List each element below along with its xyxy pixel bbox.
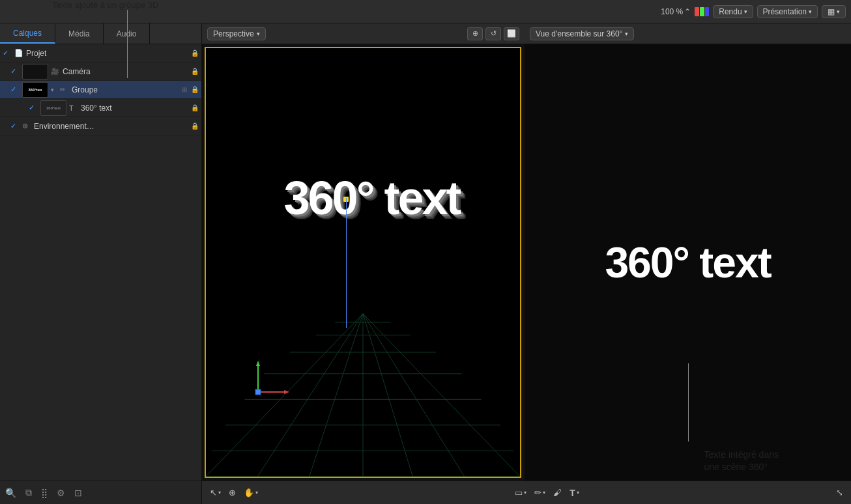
layer-item[interactable]: ✓ 360°text T 360° text 🔒: [0, 99, 201, 117]
canvas-container: Perspective ▾ ⊕ ↺ ⬜: [202, 23, 525, 481]
tab-media[interactable]: Média: [55, 23, 104, 44]
lock-icon: 🔒: [191, 86, 199, 93]
rendu-chevron-icon: ▾: [744, 8, 747, 15]
pencil-icon: ✏: [60, 86, 69, 93]
presentation-chevron-icon: ▾: [809, 8, 812, 15]
select-chevron-icon: ▾: [218, 490, 221, 496]
zoom-arrow-icon: ⌃: [684, 7, 691, 16]
presentation-button[interactable]: Présentation ▾: [757, 5, 818, 18]
grid-dots-icon[interactable]: ⣿: [41, 488, 48, 498]
layer-check-icon[interactable]: ✓: [3, 49, 12, 57]
view-selector-button[interactable]: Vue d'ensemble sur 360° ▾: [530, 27, 634, 40]
paint-tool-button[interactable]: 🖌: [551, 486, 564, 499]
perspective-label: Perspective: [213, 29, 254, 38]
canvas-header: Perspective ▾ ⊕ ↺ ⬜: [202, 23, 525, 44]
layer-list: ✓ 📄 Projet 🔒 ✓ 🎥 Caméra 🔒 ✓: [0, 44, 201, 481]
paint-icon: 🖌: [553, 488, 562, 497]
tool-group-pan: ✋ ▾: [241, 486, 261, 499]
reset-view-button[interactable]: ↺: [485, 27, 501, 40]
vertical-guide: [346, 198, 347, 328]
view-chevron-icon: ▾: [625, 31, 628, 37]
layer-thumbnail: [22, 64, 48, 79]
layer-check-icon[interactable]: ✓: [10, 85, 20, 94]
text-icon: T: [570, 488, 575, 498]
svg-rect-19: [255, 389, 261, 395]
layer-name: Projet: [26, 49, 188, 58]
svg-line-10: [310, 314, 363, 477]
swatch-red: [695, 7, 699, 16]
right-panel-header: Vue d'ensemble sur 360° ▾: [525, 23, 851, 44]
canvas-row: Perspective ▾ ⊕ ↺ ⬜: [202, 23, 851, 481]
pen-chevron-icon: ▾: [543, 490, 545, 496]
layer-name: Environnement…: [34, 122, 188, 131]
pen-icon: ✏: [534, 488, 541, 497]
svg-line-14: [363, 314, 520, 477]
app-container: 100 % ⌃ Rendu ▾ Présentation ▾ ▦ ▾: [0, 0, 851, 504]
search-icon[interactable]: 🔍: [5, 488, 16, 498]
shape-tool-button[interactable]: ▭ ▾: [512, 486, 529, 499]
view-label: Vue d'ensemble sur 360°: [536, 29, 622, 38]
canvas-view: 360° text: [202, 44, 525, 481]
layer-check-icon[interactable]: ✓: [10, 67, 20, 76]
canvas-inner[interactable]: 360° text: [205, 47, 521, 478]
layer-item[interactable]: ✓ 🎥 Caméra 🔒: [0, 63, 201, 81]
perspective-chevron-icon: ▾: [257, 31, 260, 37]
swatch-blue: [705, 7, 710, 16]
perspective-button[interactable]: Perspective ▾: [207, 27, 266, 40]
layer-check-icon[interactable]: ✓: [10, 122, 20, 130]
layers-toggle-icon[interactable]: ⧉: [25, 487, 32, 498]
lock-icon: 🔒: [191, 104, 199, 111]
layer-name: Groupe: [72, 85, 179, 94]
orbit-tool-button[interactable]: ⊕: [226, 486, 238, 499]
layer-name: Caméra: [63, 67, 188, 76]
shape-chevron-icon: ▾: [524, 490, 526, 496]
left-panel: Calques Média Audio ✓ 📄 Projet 🔒: [0, 23, 202, 504]
canvas-3d-text: 360° text: [284, 171, 460, 225]
select-tool-button[interactable]: ↖ ▾: [207, 486, 224, 499]
swatch-green: [700, 7, 704, 16]
settings-icon[interactable]: ⚙: [57, 488, 65, 498]
canvas-controls: ⊕ ↺ ⬜: [467, 27, 519, 40]
group-icon: ⊞: [182, 86, 187, 93]
layer-check-icon[interactable]: ✓: [29, 104, 38, 112]
tab-calques[interactable]: Calques: [0, 23, 55, 44]
expand-arrow-icon[interactable]: ▾: [51, 87, 57, 93]
layout-icon: ▦: [828, 7, 835, 16]
lock-icon: 🔒: [191, 122, 199, 130]
camera-icon: 🎥: [51, 68, 60, 75]
text-tool-button[interactable]: T ▾: [567, 486, 582, 499]
pan-tool-button[interactable]: ✋ ▾: [241, 486, 261, 499]
color-swatch[interactable]: [695, 7, 709, 17]
svg-marker-18: [284, 390, 289, 394]
layer-item[interactable]: ✓ 360°tex ▾ ✏ Groupe ⊞ 🔒: [0, 81, 201, 99]
fullscreen-button[interactable]: ⤡: [833, 486, 846, 499]
svg-marker-16: [256, 361, 260, 366]
annotation-divider-line: [688, 363, 689, 441]
toolbar-right: 100 % ⌃ Rendu ▾ Présentation ▾ ▦ ▾: [661, 5, 846, 18]
fullscreen-icon: ⤡: [836, 488, 843, 497]
grid-svg: [206, 219, 520, 477]
pan-icon: ✋: [244, 488, 254, 497]
annotation-bottom: Texte intégré dans une scène 360°: [704, 449, 779, 474]
tab-audio[interactable]: Audio: [104, 23, 151, 44]
right-panel-text: 360° text: [605, 238, 770, 287]
right-panel: Vue d'ensemble sur 360° ▾ 360° text Text…: [525, 23, 851, 481]
shape-icon: ▭: [515, 488, 523, 497]
export-icon[interactable]: ⊡: [74, 488, 82, 498]
pan-chevron-icon: ▾: [255, 490, 258, 496]
layer-item[interactable]: ✓ ⊕ Environnement… 🔒: [0, 117, 201, 135]
layout-chevron-icon: ▾: [837, 8, 840, 15]
fit-view-button[interactable]: ⊕: [467, 27, 483, 40]
layout-button[interactable]: ▦ ▾: [822, 5, 846, 18]
layer-item[interactable]: ✓ 📄 Projet 🔒: [0, 44, 201, 63]
pen-tool-button[interactable]: ✏ ▾: [532, 486, 548, 499]
content-area: Calques Média Audio ✓ 📄 Projet 🔒: [0, 23, 851, 504]
center-right-area: Perspective ▾ ⊕ ↺ ⬜: [202, 23, 851, 504]
lock-icon: 🔒: [191, 68, 199, 75]
text-chevron-icon: ▾: [577, 490, 579, 496]
layer-thumbnail: 360°tex: [22, 82, 48, 98]
frame-button[interactable]: ⬜: [504, 27, 519, 40]
bottom-toolbar: ↖ ▾ ⊕ ✋ ▾ ▭ ▾: [202, 481, 851, 504]
rendu-button[interactable]: Rendu ▾: [713, 5, 753, 18]
top-toolbar: 100 % ⌃ Rendu ▾ Présentation ▾ ▦ ▾: [0, 0, 851, 23]
